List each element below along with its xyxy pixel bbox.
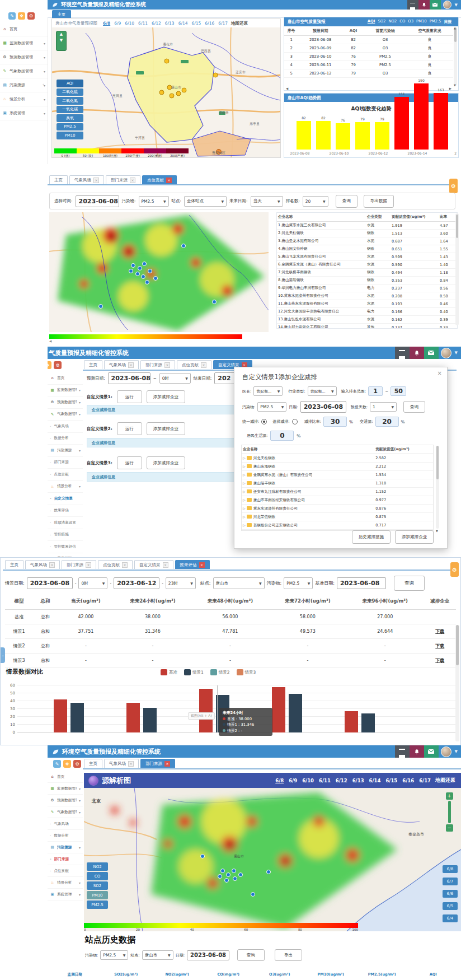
table-row[interactable]: 情景1总和37.75131.34647.78149.57324.644下载 <box>5 624 456 639</box>
widget-icon[interactable]: ❖ <box>48 361 51 369</box>
zoom-out-icon[interactable]: − <box>446 824 453 832</box>
table-row[interactable]: ▷迁安市九江线材有限责任公司1.152 <box>242 488 433 496</box>
sidebar-item-预测数据管理[interactable]: ⚙预测数据管理▾ <box>48 795 83 806</box>
date-link-6/16[interactable]: 6/16 <box>402 778 414 783</box>
tab-自定义情景[interactable]: 自定义情景× <box>134 560 173 569</box>
forecast-tab-PM10[interactable]: PM10 <box>416 19 427 25</box>
add-reduction-button[interactable]: 添加减排企业 <box>147 456 185 469</box>
expander-icon[interactable]: ▷ <box>243 523 246 527</box>
caret-down-icon[interactable]: ▼ <box>455 351 458 355</box>
date-link-6/13[interactable]: 6/13 <box>165 21 175 26</box>
sidebar-item-数据分析[interactable]: ‐数据分析 <box>48 830 83 842</box>
future-select[interactable]: 当天▼ <box>251 196 283 207</box>
pollutant-button-一氧化碳[interactable]: 一氧化碳 <box>57 106 83 114</box>
date-input[interactable]: 2023-06-08 <box>187 950 229 960</box>
side-date-button-6/5[interactable]: 6/5 <box>443 902 458 910</box>
forecast-tab-CO[interactable]: CO <box>399 19 405 25</box>
pollutant-button-SO2[interactable]: SO2 <box>87 881 108 890</box>
date-link-6/14[interactable]: 6/14 <box>369 778 381 783</box>
tab-close-icon[interactable]: × <box>122 562 128 568</box>
sidebar-item-气象数据管理[interactable]: ✎气象数据管理▾ <box>0 64 48 78</box>
unified-radio[interactable] <box>261 419 267 424</box>
tab-点位贡献[interactable]: 点位贡献× <box>98 560 133 569</box>
industry-select[interactable]: 曹妃甸...▼ <box>308 386 337 396</box>
history-column-O3(ug/m³)[interactable]: O3(ug/m³) <box>254 972 305 977</box>
date-link-6/16[interactable]: 6/16 <box>205 21 214 26</box>
tab-效果评估[interactable]: 效果评估× <box>175 560 210 569</box>
station-select[interactable]: 唐山市▼ <box>142 950 173 960</box>
table-row[interactable]: 42023-06-1179PM2.5良 <box>284 61 453 69</box>
pencil-icon[interactable]: ✎ <box>8 12 16 20</box>
pollutant-button-臭氧[interactable]: 臭氧 <box>57 114 83 122</box>
table-row[interactable]: 22023-06-0982O3良 <box>284 44 453 53</box>
map-restore-link[interactable]: 地图还原 <box>435 777 455 784</box>
sidebar-collapse-handle[interactable]: ‹ <box>43 82 44 87</box>
pollutant-button-PM2.5[interactable]: PM2.5 <box>87 900 108 909</box>
table-row[interactable]: 52023-06-1279O3良 <box>284 69 453 78</box>
table-row[interactable]: ▷唐山瑞丰钢铁1.318 <box>242 479 433 488</box>
tab-close-icon[interactable]: × <box>201 362 206 368</box>
add-reduction-button[interactable]: 添加减排企业 <box>147 390 185 403</box>
expander-icon[interactable]: ▷ <box>243 473 246 477</box>
forecast-tab-O3[interactable]: O3 <box>408 19 413 25</box>
date-link-6/8[interactable]: 6/8 <box>275 778 284 783</box>
tab-主页[interactable]: 主页 <box>5 560 23 569</box>
dlg-query-button[interactable]: 查询 <box>403 401 425 413</box>
table-row[interactable]: 12.河北大唐国际丰润热电有限责任公电力0.1660.40 <box>277 308 457 316</box>
query-button[interactable]: 查询 <box>237 949 265 961</box>
side-date-button-6/7[interactable]: 6/7 <box>443 878 458 885</box>
sidebar-item-管控措施[interactable]: ‐管控措施 <box>48 529 83 542</box>
mail-icon[interactable] <box>424 745 439 758</box>
download-link[interactable]: 下载 <box>424 639 457 654</box>
expander-icon[interactable]: ▷ <box>243 506 246 510</box>
settings-gear-icon[interactable]: ⚙ <box>450 562 459 577</box>
share-icon[interactable]: ⚙ <box>73 760 81 768</box>
table-row[interactable]: 5.唐山飞龙水泥有限责任公司水泥0.5991.43 <box>277 253 457 261</box>
chart-legend[interactable]: 基准情景1情景2情景3 <box>161 669 256 675</box>
tab-气象风场[interactable]: 气象风场× <box>104 360 139 369</box>
select-radio[interactable] <box>292 419 298 424</box>
date-link-6/13[interactable]: 6/13 <box>352 778 364 783</box>
pollutant-button-AQI[interactable]: AQI <box>57 80 83 87</box>
sidebar-item-情景分析[interactable]: ♨情景分析▾ <box>48 877 83 889</box>
table-row[interactable]: 8.唐山港陆钢铁钢铁0.3530.84 <box>277 277 457 284</box>
scroll-left-icon[interactable]: ◀ <box>286 87 288 90</box>
zoom-slider[interactable] <box>448 801 451 823</box>
sidebar-item-管控效果评估[interactable]: ‐管控效果评估 <box>48 541 83 553</box>
tab-点位贡献[interactable]: 点位贡献× <box>142 175 177 184</box>
pollutant-button-二氧化氮[interactable]: 二氧化氮 <box>57 97 83 105</box>
run-button[interactable]: 运行 <box>117 390 142 403</box>
query-button[interactable]: 查询 <box>394 576 425 591</box>
tab-主页[interactable]: 主页 <box>84 759 102 768</box>
start-hour-select[interactable]: 0时▼ <box>159 373 191 384</box>
scene-end-input[interactable]: 2023-06-12 <box>114 577 159 589</box>
station-select[interactable]: 唐山市▼ <box>213 577 265 589</box>
sidebar-item-监测数据管理[interactable]: ▦监测数据管理▾ <box>48 385 83 397</box>
table-row[interactable]: ▷唐山东海钢铁2.212 <box>242 463 433 471</box>
sidebar-item-气象风场[interactable]: ‐气象风场 <box>48 421 83 433</box>
date-link-6/10[interactable]: 6/10 <box>302 778 314 783</box>
download-link[interactable]: 下载 <box>424 624 457 639</box>
time-input[interactable]: 2023-06-08 <box>76 195 119 207</box>
menu-icon[interactable] <box>395 745 410 758</box>
table-row[interactable]: 6.金隅冀东水泥（唐山）有限责任公司水泥0.5901.40 <box>277 261 457 269</box>
tab-部门来源[interactable]: 部门来源× <box>140 759 175 768</box>
history-column-监测日期[interactable]: 监测日期 <box>49 972 101 977</box>
table-row[interactable]: 1.唐山冀东水泥三友有限公司水泥1.9194.57 <box>277 222 457 230</box>
expander-icon[interactable]: ▷ <box>243 489 246 493</box>
company-table-scrollbar[interactable] <box>455 213 459 325</box>
resident-input[interactable]: 0 <box>270 431 294 441</box>
start-date-input[interactable]: 2023-06-08 <box>108 372 150 384</box>
tab-close-icon[interactable]: × <box>128 362 134 368</box>
table-row[interactable]: 14.唐山邦力胄银化工有限公司其他0.1370.33 <box>277 324 457 329</box>
table-row[interactable]: ▷河北天柱钢铁2.582 <box>242 454 433 463</box>
panel-collapse-handle[interactable]: ‹ <box>1 647 5 663</box>
legend-item-情景1[interactable]: 情景1 <box>184 669 204 675</box>
table-row[interactable]: 9.华润电力唐山丰润有限公司电力0.2370.56 <box>277 284 457 292</box>
legend-item-情景3[interactable]: 情景3 <box>237 669 256 675</box>
table-row[interactable]: 10.冀东水泥滦州有限责任公司水泥0.2080.50 <box>277 292 457 300</box>
pencil-icon[interactable]: ✎ <box>53 760 61 768</box>
date-link-6/11[interactable]: 6/11 <box>319 778 331 783</box>
export-button[interactable]: 导出 <box>275 949 302 961</box>
date-link-6/9[interactable]: 6/9 <box>289 778 297 783</box>
